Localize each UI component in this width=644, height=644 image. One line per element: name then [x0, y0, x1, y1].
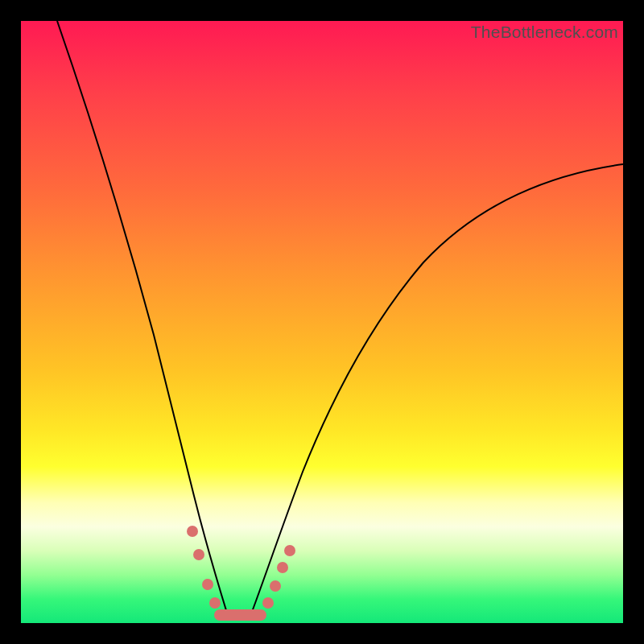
curve-left [57, 21, 229, 618]
marker-dot-left-3 [202, 579, 213, 590]
curve-svg [21, 21, 623, 623]
plot-area [21, 21, 623, 623]
marker-dot-left-2 [193, 549, 204, 560]
marker-dot-left-1 [187, 526, 198, 537]
watermark-text: TheBottleneck.com [471, 23, 618, 42]
marker-dot-right-3 [277, 562, 288, 573]
marker-dot-right-1 [262, 597, 274, 609]
curve-right [250, 164, 623, 618]
marker-dot-right-4 [284, 545, 295, 556]
chart-frame: TheBottleneck.com [0, 0, 644, 644]
marker-dot-left-4 [209, 597, 221, 609]
marker-dot-right-2 [270, 580, 281, 592]
